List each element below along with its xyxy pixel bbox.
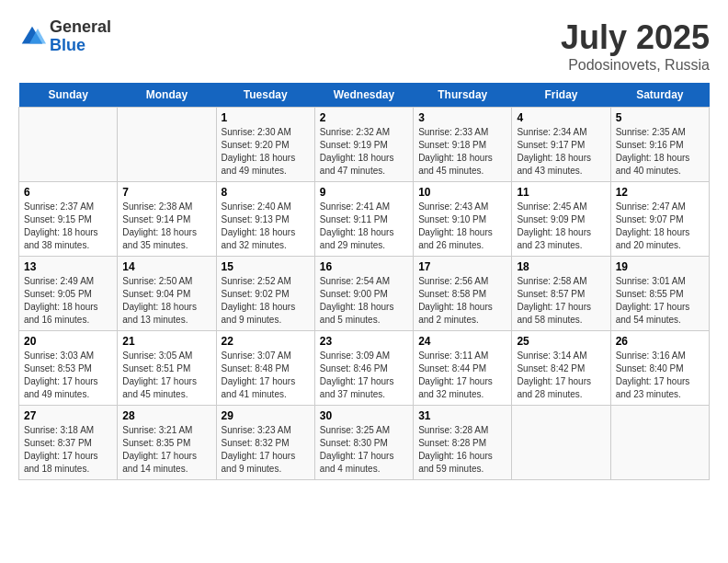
day-info: Sunrise: 3:01 AM Sunset: 8:55 PM Dayligh… <box>616 275 704 327</box>
calendar-cell: 1Sunrise: 2:30 AM Sunset: 9:20 PM Daylig… <box>216 108 314 182</box>
calendar-cell: 4Sunrise: 2:34 AM Sunset: 9:17 PM Daylig… <box>512 108 610 182</box>
page-header: General Blue July 2025 Podosinovets, Rus… <box>18 18 710 74</box>
logo-icon <box>18 23 46 51</box>
day-number: 17 <box>418 260 506 273</box>
day-number: 10 <box>418 186 506 199</box>
day-number: 30 <box>320 409 408 422</box>
calendar-cell: 5Sunrise: 2:35 AM Sunset: 9:16 PM Daylig… <box>610 108 709 182</box>
week-row-5: 27Sunrise: 3:18 AM Sunset: 8:37 PM Dayli… <box>19 406 710 480</box>
calendar-cell: 22Sunrise: 3:07 AM Sunset: 8:48 PM Dayli… <box>216 331 314 406</box>
day-info: Sunrise: 2:50 AM Sunset: 9:04 PM Dayligh… <box>122 275 210 327</box>
calendar-cell: 19Sunrise: 3:01 AM Sunset: 8:55 PM Dayli… <box>610 257 709 331</box>
day-info: Sunrise: 2:54 AM Sunset: 9:00 PM Dayligh… <box>320 275 408 327</box>
day-info: Sunrise: 3:16 AM Sunset: 8:40 PM Dayligh… <box>616 350 704 401</box>
calendar-cell: 11Sunrise: 2:45 AM Sunset: 9:09 PM Dayli… <box>512 182 610 257</box>
calendar-cell: 26Sunrise: 3:16 AM Sunset: 8:40 PM Dayli… <box>610 331 709 406</box>
calendar-cell: 3Sunrise: 2:33 AM Sunset: 9:18 PM Daylig… <box>414 108 512 182</box>
day-number: 21 <box>122 335 210 348</box>
day-info: Sunrise: 2:30 AM Sunset: 9:20 PM Dayligh… <box>222 126 310 178</box>
day-info: Sunrise: 2:47 AM Sunset: 9:07 PM Dayligh… <box>616 201 704 252</box>
calendar-cell: 31Sunrise: 3:28 AM Sunset: 8:28 PM Dayli… <box>414 406 512 480</box>
calendar-cell: 12Sunrise: 2:47 AM Sunset: 9:07 PM Dayli… <box>610 182 709 257</box>
day-info: Sunrise: 3:25 AM Sunset: 8:30 PM Dayligh… <box>320 424 408 476</box>
calendar-cell <box>118 108 216 182</box>
day-number: 23 <box>320 335 408 348</box>
day-info: Sunrise: 2:52 AM Sunset: 9:02 PM Dayligh… <box>222 275 310 327</box>
calendar-cell: 10Sunrise: 2:43 AM Sunset: 9:10 PM Dayli… <box>414 182 512 257</box>
day-number: 13 <box>24 260 112 273</box>
day-number: 19 <box>616 260 704 273</box>
day-info: Sunrise: 2:37 AM Sunset: 9:15 PM Dayligh… <box>24 201 112 252</box>
day-number: 16 <box>320 260 408 273</box>
day-number: 26 <box>616 335 704 348</box>
calendar-cell: 25Sunrise: 3:14 AM Sunset: 8:42 PM Dayli… <box>512 331 610 406</box>
day-info: Sunrise: 2:40 AM Sunset: 9:13 PM Dayligh… <box>222 201 310 252</box>
day-number: 7 <box>122 186 210 199</box>
week-row-2: 6Sunrise: 2:37 AM Sunset: 9:15 PM Daylig… <box>19 182 710 257</box>
day-header-tuesday: Tuesday <box>216 83 314 108</box>
day-header-monday: Monday <box>118 83 216 108</box>
day-info: Sunrise: 2:38 AM Sunset: 9:14 PM Dayligh… <box>122 201 210 252</box>
day-info: Sunrise: 3:07 AM Sunset: 8:48 PM Dayligh… <box>222 350 310 401</box>
calendar-cell: 9Sunrise: 2:41 AM Sunset: 9:11 PM Daylig… <box>314 182 413 257</box>
calendar-cell: 24Sunrise: 3:11 AM Sunset: 8:44 PM Dayli… <box>414 331 512 406</box>
calendar-cell <box>19 108 118 182</box>
calendar-cell <box>512 406 610 480</box>
calendar-cell: 16Sunrise: 2:54 AM Sunset: 9:00 PM Dayli… <box>314 257 413 331</box>
calendar-cell: 23Sunrise: 3:09 AM Sunset: 8:46 PM Dayli… <box>314 331 413 406</box>
day-info: Sunrise: 3:18 AM Sunset: 8:37 PM Dayligh… <box>24 424 112 476</box>
day-header-friday: Friday <box>512 83 610 108</box>
day-number: 8 <box>222 186 310 199</box>
calendar-cell: 30Sunrise: 3:25 AM Sunset: 8:30 PM Dayli… <box>314 406 413 480</box>
day-number: 29 <box>222 409 310 422</box>
day-info: Sunrise: 2:43 AM Sunset: 9:10 PM Dayligh… <box>418 201 506 252</box>
calendar-table: SundayMondayTuesdayWednesdayThursdayFrid… <box>18 83 710 480</box>
day-number: 24 <box>418 335 506 348</box>
day-number: 9 <box>320 186 408 199</box>
title-block: July 2025 Podosinovets, Russia <box>561 18 710 74</box>
logo: General Blue <box>18 18 111 55</box>
day-number: 4 <box>517 111 605 124</box>
week-row-4: 20Sunrise: 3:03 AM Sunset: 8:53 PM Dayli… <box>19 331 710 406</box>
calendar-cell: 7Sunrise: 2:38 AM Sunset: 9:14 PM Daylig… <box>118 182 216 257</box>
day-number: 1 <box>222 111 310 124</box>
day-info: Sunrise: 2:58 AM Sunset: 8:57 PM Dayligh… <box>517 275 605 327</box>
location: Podosinovets, Russia <box>561 57 710 74</box>
calendar-cell: 6Sunrise: 2:37 AM Sunset: 9:15 PM Daylig… <box>19 182 118 257</box>
day-info: Sunrise: 2:56 AM Sunset: 8:58 PM Dayligh… <box>418 275 506 327</box>
calendar-cell: 20Sunrise: 3:03 AM Sunset: 8:53 PM Dayli… <box>19 331 118 406</box>
day-number: 12 <box>616 186 704 199</box>
calendar-cell: 13Sunrise: 2:49 AM Sunset: 9:05 PM Dayli… <box>19 257 118 331</box>
calendar-cell: 14Sunrise: 2:50 AM Sunset: 9:04 PM Dayli… <box>118 257 216 331</box>
logo-text: General Blue <box>50 18 111 55</box>
calendar-cell: 27Sunrise: 3:18 AM Sunset: 8:37 PM Dayli… <box>19 406 118 480</box>
day-number: 5 <box>616 111 704 124</box>
calendar-cell: 28Sunrise: 3:21 AM Sunset: 8:35 PM Dayli… <box>118 406 216 480</box>
day-info: Sunrise: 2:33 AM Sunset: 9:18 PM Dayligh… <box>418 126 506 178</box>
day-header-wednesday: Wednesday <box>314 83 413 108</box>
day-info: Sunrise: 2:35 AM Sunset: 9:16 PM Dayligh… <box>616 126 704 178</box>
logo-general: General <box>50 18 111 37</box>
day-number: 18 <box>517 260 605 273</box>
calendar-cell: 17Sunrise: 2:56 AM Sunset: 8:58 PM Dayli… <box>414 257 512 331</box>
day-number: 14 <box>122 260 210 273</box>
calendar-cell: 15Sunrise: 2:52 AM Sunset: 9:02 PM Dayli… <box>216 257 314 331</box>
day-header-thursday: Thursday <box>414 83 512 108</box>
day-info: Sunrise: 3:21 AM Sunset: 8:35 PM Dayligh… <box>122 424 210 476</box>
day-info: Sunrise: 3:03 AM Sunset: 8:53 PM Dayligh… <box>24 350 112 401</box>
day-info: Sunrise: 2:32 AM Sunset: 9:19 PM Dayligh… <box>320 126 408 178</box>
day-number: 11 <box>517 186 605 199</box>
day-number: 22 <box>222 335 310 348</box>
day-number: 20 <box>24 335 112 348</box>
header-row: SundayMondayTuesdayWednesdayThursdayFrid… <box>19 83 710 108</box>
day-info: Sunrise: 2:41 AM Sunset: 9:11 PM Dayligh… <box>320 201 408 252</box>
day-number: 28 <box>122 409 210 422</box>
day-number: 15 <box>222 260 310 273</box>
day-number: 27 <box>24 409 112 422</box>
logo-blue: Blue <box>50 37 111 55</box>
calendar-cell <box>610 406 709 480</box>
day-info: Sunrise: 3:11 AM Sunset: 8:44 PM Dayligh… <box>418 350 506 401</box>
calendar-cell: 18Sunrise: 2:58 AM Sunset: 8:57 PM Dayli… <box>512 257 610 331</box>
day-number: 25 <box>517 335 605 348</box>
day-info: Sunrise: 2:34 AM Sunset: 9:17 PM Dayligh… <box>517 126 605 178</box>
